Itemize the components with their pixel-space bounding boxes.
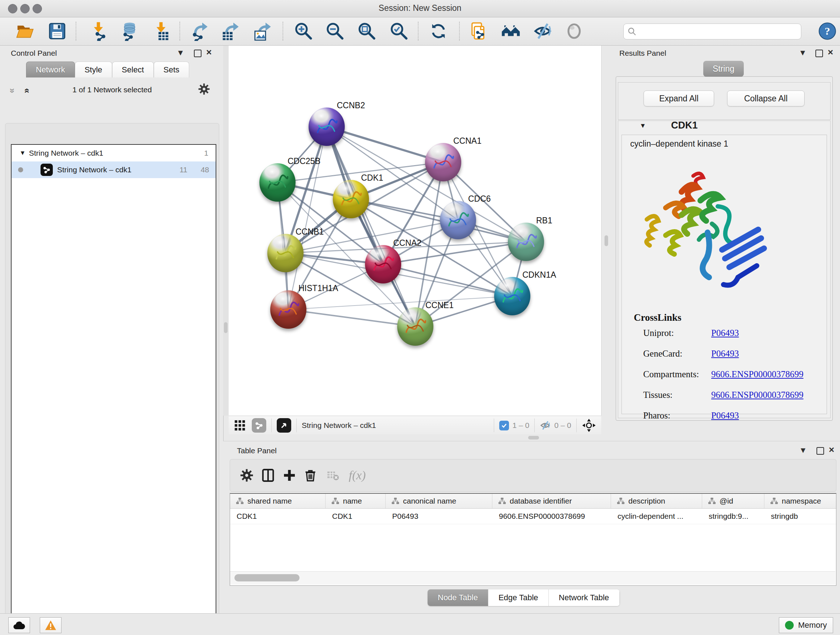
node-ccne1[interactable] — [397, 307, 433, 346]
panel-close-icon[interactable]: × — [206, 49, 212, 56]
panel-collapse-icon[interactable]: ▼ — [799, 447, 807, 454]
panel-close-icon[interactable]: × — [829, 446, 834, 453]
node-cdk1[interactable] — [333, 180, 369, 218]
cell-database-identifier[interactable]: 9606.ENSP00000378699 — [493, 509, 611, 524]
column-header-id[interactable]: @id — [702, 494, 764, 508]
open-session-icon[interactable] — [14, 21, 35, 42]
column-header-description[interactable]: description — [611, 494, 702, 508]
string-view-icon[interactable] — [252, 418, 266, 432]
splitter-handle[interactable] — [224, 322, 227, 333]
crosslink-genecardlink[interactable]: P06493 — [711, 348, 739, 359]
search-box[interactable] — [623, 24, 801, 40]
network-canvas[interactable]: CCNB2 CCNA1 CDC25B CDK1 CDC6 RB1 CCNB1 C… — [229, 46, 601, 416]
edge-hist1h1a-ccne1[interactable] — [288, 310, 415, 326]
column-header-name[interactable]: name — [325, 494, 386, 508]
node-ccnb1[interactable] — [267, 234, 303, 272]
memory-button[interactable]: Memory — [779, 617, 833, 633]
tab-node-table[interactable]: Node Table — [428, 589, 488, 606]
panel-collapse-icon[interactable]: ▼ — [177, 49, 185, 57]
selected-checkbox-icon[interactable] — [499, 421, 509, 431]
hide-selected-icon[interactable] — [532, 21, 553, 42]
save-session-icon[interactable] — [47, 21, 68, 42]
import-database-icon[interactable] — [118, 21, 139, 42]
birds-eye-view-icon[interactable] — [277, 418, 291, 432]
columns-icon[interactable] — [261, 469, 275, 482]
panel-float-icon[interactable] — [815, 50, 823, 57]
table-row[interactable]: CDK1CDK1P064939606.ENSP00000378699cyclin… — [230, 509, 836, 524]
zoom-fit-icon[interactable] — [356, 21, 377, 42]
copy-documents-icon[interactable] — [467, 21, 488, 42]
column-header-database-identifier[interactable]: database identifier — [493, 494, 611, 508]
import-network-icon[interactable] — [88, 21, 109, 42]
export-network-icon[interactable] — [188, 21, 210, 42]
help-icon[interactable]: ? — [817, 21, 838, 42]
crosslink-compartmentslink[interactable]: 9606.ENSP00000378699 — [711, 369, 804, 379]
expand-all-networks-icon[interactable]: » — [7, 88, 18, 93]
collapse-all-button[interactable]: Collapse All — [727, 90, 805, 106]
column-header-shared-name[interactable]: shared name — [230, 494, 325, 508]
cloud-button[interactable] — [8, 617, 30, 633]
tab-network[interactable]: Network — [26, 62, 75, 78]
tab-sets[interactable]: Sets — [154, 62, 189, 78]
add-column-icon[interactable] — [283, 469, 296, 482]
splitter-handle[interactable] — [605, 235, 608, 246]
gear-icon[interactable] — [240, 469, 253, 482]
warnings-button[interactable] — [40, 617, 62, 633]
panel-collapse-icon[interactable]: ▼ — [799, 49, 807, 57]
network-collection-row[interactable]: ▼ String Network – cdk1 1 — [11, 145, 216, 162]
fit-content-crosshair-icon[interactable] — [582, 418, 596, 432]
crosslink-uniprotlink[interactable]: P06493 — [711, 328, 739, 338]
edge-ccnb2-ccne1[interactable] — [327, 127, 415, 326]
export-table-icon[interactable] — [219, 21, 240, 42]
delete-column-icon[interactable] — [304, 469, 317, 482]
collection-expander-icon[interactable]: ▼ — [19, 149, 29, 157]
edge-ccnb2-hist1h1a[interactable] — [288, 127, 327, 310]
tab-edge-table[interactable]: Edge Table — [488, 589, 549, 606]
zoom-selected-icon[interactable] — [388, 21, 409, 42]
panel-float-icon[interactable] — [816, 447, 824, 455]
node-ccnb2[interactable] — [309, 108, 345, 146]
cell-id[interactable]: stringdb:9... — [702, 509, 764, 524]
network-options-gear-icon[interactable] — [198, 83, 210, 95]
left-splitter[interactable] — [223, 46, 229, 416]
bottom-splitter[interactable] — [229, 434, 601, 441]
column-header-namespace[interactable]: namespace — [764, 494, 836, 508]
node-ccna1[interactable] — [425, 143, 461, 181]
network-row[interactable]: String Network – cdk1 11 48 — [11, 162, 216, 178]
export-image-icon[interactable] — [252, 21, 273, 42]
cell-canonical-name[interactable]: P06493 — [386, 509, 493, 524]
node-ccna2[interactable] — [365, 245, 401, 283]
node-rb1[interactable] — [508, 223, 544, 261]
entry-expander-icon[interactable]: ▼ — [639, 122, 646, 130]
zoom-in-icon[interactable] — [293, 21, 314, 42]
right-splitter[interactable] — [601, 46, 611, 416]
tab-string-results[interactable]: String — [703, 61, 744, 77]
tab-style[interactable]: Style — [75, 62, 112, 78]
panel-close-icon[interactable]: × — [828, 49, 833, 56]
search-input[interactable] — [637, 27, 801, 36]
zoom-out-icon[interactable] — [325, 21, 346, 42]
show-all-icon[interactable] — [564, 21, 584, 42]
scrollbar-thumb[interactable] — [234, 574, 300, 581]
panel-float-icon[interactable] — [194, 50, 202, 57]
node-hist1h1a[interactable] — [270, 290, 306, 329]
crosslink-pharoslink[interactable]: P06493 — [711, 410, 739, 421]
cell-namespace[interactable]: stringdb — [764, 509, 836, 524]
crosslink-tissueslink[interactable]: 9606.ENSP00000378699 — [711, 390, 804, 400]
table-horizontal-scrollbar[interactable] — [230, 571, 835, 585]
refresh-icon[interactable] — [428, 21, 449, 42]
tab-select[interactable]: Select — [112, 62, 154, 78]
cell-description[interactable]: cyclin-dependent ... — [611, 509, 702, 524]
splitter-handle[interactable] — [528, 436, 539, 440]
column-header-canonical-name[interactable]: canonical name — [386, 494, 493, 508]
tab-network-table[interactable]: Network Table — [549, 589, 620, 606]
grid-view-icon[interactable] — [234, 419, 246, 432]
expand-all-button[interactable]: Expand All — [644, 90, 714, 106]
collapse-all-networks-icon[interactable]: » — [21, 88, 32, 93]
cell-shared-name[interactable]: CDK1 — [230, 509, 325, 524]
node-cdc25b[interactable] — [259, 163, 295, 202]
houses-icon[interactable] — [500, 21, 521, 42]
import-table-icon[interactable] — [150, 21, 172, 42]
node-cdkn1a[interactable] — [494, 277, 531, 315]
node-cdc6[interactable] — [440, 201, 476, 239]
